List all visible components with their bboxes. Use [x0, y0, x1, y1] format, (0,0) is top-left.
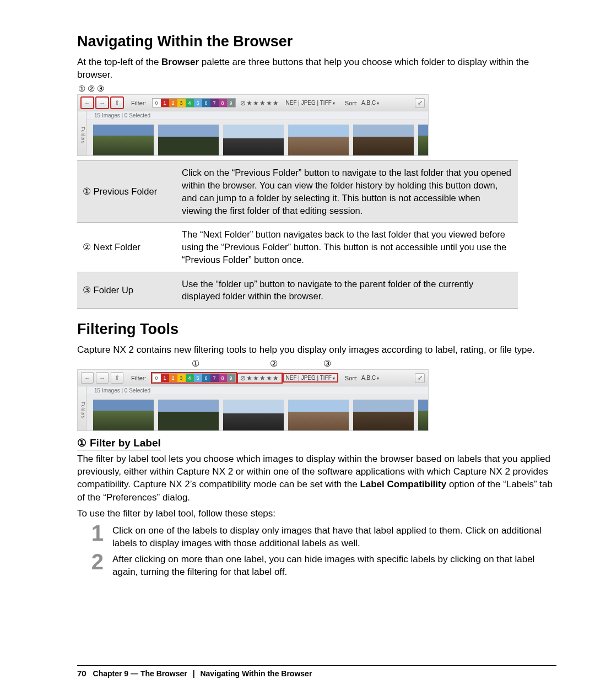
txt: A,B,C: [361, 100, 376, 106]
thumbnail[interactable]: [158, 125, 219, 155]
thumbnail[interactable]: [288, 125, 349, 155]
expand-icon[interactable]: ⤢: [415, 98, 425, 108]
marker-3: ③: [323, 359, 331, 368]
callout-key: ③ Folder Up: [77, 272, 176, 309]
label-9[interactable]: 9: [227, 99, 235, 107]
txt: A,B,C: [361, 375, 376, 381]
label-8[interactable]: 8: [219, 99, 227, 107]
nav-callout-table: ① Previous Folder Click on the “Previous…: [77, 160, 518, 309]
callout-desc: Use the “folder up” button to navigate t…: [176, 272, 518, 309]
filter-by-label-heading: ① Filter by Label: [77, 437, 161, 450]
label-4[interactable]: 4: [186, 374, 194, 382]
thumbnail[interactable]: [418, 125, 428, 155]
footer-chapter: Chapter 9 — The Browser: [93, 669, 187, 678]
thumbnail[interactable]: [93, 125, 154, 155]
label-1[interactable]: 1: [161, 99, 169, 107]
thumbnail[interactable]: [223, 125, 284, 155]
label-0[interactable]: 0: [153, 99, 161, 107]
thumbnail[interactable]: [93, 400, 154, 430]
label-7[interactable]: 7: [210, 99, 219, 107]
callout-markers-filter: ① ② ③: [77, 359, 556, 369]
thumbnail[interactable]: [158, 400, 219, 430]
next-folder-button[interactable]: →: [96, 372, 109, 384]
filter-label: Filter:: [131, 375, 147, 381]
label-4[interactable]: 4: [186, 99, 194, 107]
label-3[interactable]: 3: [177, 374, 186, 382]
circled-1-icon: ①: [77, 437, 86, 449]
rating-filter[interactable]: ⊘★★★★★: [238, 374, 282, 383]
bold-word: Browser: [161, 57, 199, 67]
sort-value[interactable]: A,B,C▾: [360, 375, 381, 381]
thumbnail[interactable]: [353, 125, 414, 155]
step-text: Click on one of the labels to display on…: [112, 523, 556, 550]
folders-side-tab[interactable]: Folders: [78, 386, 86, 430]
folders-side-tab[interactable]: Folders: [78, 111, 86, 155]
thumbnail-strip: [78, 120, 428, 155]
page-footer: 70 Chapter 9 — The Browser | Navigating …: [77, 665, 556, 678]
label-3[interactable]: 3: [177, 99, 186, 107]
label-0[interactable]: 0: [153, 374, 161, 382]
callout-desc: The “Next Folder” button navigates back …: [176, 223, 518, 272]
browser-screenshot-nav: ← → ⇧ Filter: 0 1 2 3 4 5 6 7 8 9 ⊘★★★★★…: [77, 94, 429, 156]
folder-up-button[interactable]: ⇧: [111, 97, 123, 109]
step-2: 2 After clicking on more than one label,…: [87, 552, 556, 578]
filetype-filter[interactable]: NEF | JPEG | TIFF▾: [284, 374, 337, 381]
step-number: 2: [87, 552, 104, 572]
label-5[interactable]: 5: [194, 99, 202, 107]
thumbnail[interactable]: [353, 400, 414, 430]
filter-by-label-p1: The filter by label tool lets you choose…: [77, 453, 556, 503]
chevron-down-icon: ▾: [376, 101, 379, 106]
callout-desc: Click on the “Previous Folder” button to…: [176, 161, 518, 223]
marker-2: ②: [270, 359, 278, 368]
label-8[interactable]: 8: [219, 374, 227, 382]
table-row: ③ Folder Up Use the “folder up” button t…: [77, 272, 518, 309]
thumbnail-strip: [78, 395, 428, 430]
folder-up-button[interactable]: ⇧: [111, 372, 123, 384]
sort-value[interactable]: A,B,C▾: [360, 100, 381, 106]
sort-label: Sort:: [345, 100, 358, 106]
expand-icon[interactable]: ⤢: [415, 373, 425, 383]
footer-section: Navigating Within the Browser: [200, 669, 312, 678]
label-6[interactable]: 6: [202, 99, 210, 107]
browser-screenshot-filter: ← → ⇧ Filter: 0 1 2 3 4 5 6 7 8 9 ⊘★★★★★…: [77, 369, 429, 431]
label-7[interactable]: 7: [210, 374, 219, 382]
filetype-filter[interactable]: NEF | JPEG | TIFF▾: [284, 100, 337, 106]
callout-markers-nav: ① ② ③: [78, 84, 556, 93]
label-filter[interactable]: 0 1 2 3 4 5 6 7 8 9: [152, 373, 236, 383]
toolbar: ← → ⇧ Filter: 0 1 2 3 4 5 6 7 8 9 ⊘★★★★★…: [78, 95, 428, 111]
label-filter[interactable]: 0 1 2 3 4 5 6 7 8 9: [152, 98, 236, 107]
chevron-down-icon: ▾: [332, 101, 335, 106]
txt: NEF | JPEG | TIFF: [286, 375, 332, 381]
prev-folder-button[interactable]: ←: [81, 372, 94, 384]
section2-intro: Capture NX 2 contains new filtering tool…: [77, 343, 556, 356]
txt: At the top-left of the: [77, 57, 161, 67]
status-bar: 15 Images | 0 Selected: [78, 111, 428, 120]
step-number: 1: [87, 523, 104, 543]
step-1: 1 Click on one of the labels to display …: [87, 523, 556, 550]
label-2[interactable]: 2: [169, 374, 177, 382]
thumbnail[interactable]: [288, 400, 349, 430]
callout-key: ① Previous Folder: [77, 161, 176, 223]
sort-label: Sort:: [345, 375, 358, 381]
next-folder-button[interactable]: →: [96, 97, 109, 109]
footer-sep: |: [193, 669, 195, 678]
rating-filter[interactable]: ⊘★★★★★: [238, 99, 282, 107]
thumbnail[interactable]: [223, 400, 284, 430]
label-6[interactable]: 6: [202, 374, 210, 382]
marker-1: ①: [78, 84, 85, 93]
toolbar: ← → ⇧ Filter: 0 1 2 3 4 5 6 7 8 9 ⊘★★★★★…: [78, 370, 428, 386]
callout-key: ② Next Folder: [77, 223, 176, 272]
bold-word: Label Compatibility: [360, 479, 446, 489]
label-2[interactable]: 2: [169, 99, 177, 107]
txt: NEF | JPEG | TIFF: [286, 100, 332, 106]
thumbnail[interactable]: [418, 400, 428, 430]
section1-intro: At the top-left of the Browser palette a…: [77, 56, 556, 81]
label-5[interactable]: 5: [194, 374, 202, 382]
chevron-down-icon: ▾: [332, 376, 335, 381]
filter-by-label-p2: To use the filter by label tool, follow …: [77, 507, 556, 520]
label-1[interactable]: 1: [161, 374, 169, 382]
page-number: 70: [77, 669, 86, 678]
prev-folder-button[interactable]: ←: [81, 97, 94, 109]
label-9[interactable]: 9: [227, 374, 235, 382]
section2-title: Filtering Tools: [77, 321, 556, 338]
